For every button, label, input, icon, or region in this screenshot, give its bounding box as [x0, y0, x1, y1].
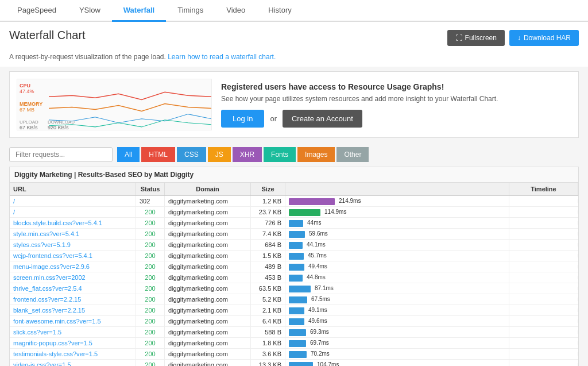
cell-size: 588 B: [251, 327, 285, 337]
tab-waterfall[interactable]: Waterfall: [112, 0, 166, 22]
timeline-bar: [289, 329, 306, 336]
table-row[interactable]: blank_set.css?ver=2.2.15 200 diggitymark…: [10, 305, 578, 316]
table-row[interactable]: screen.min.css?ver=2002 200 diggitymarke…: [10, 272, 578, 283]
cell-timeline: [509, 330, 578, 334]
cell-url: blank_set.css?ver=2.2.15: [10, 305, 136, 315]
cell-url: screen.min.css?ver=2002: [10, 272, 136, 283]
filter-fonts-button[interactable]: Fonts: [264, 147, 296, 162]
filter-xhr-button[interactable]: XHR: [233, 147, 262, 162]
cell-timeline: [509, 287, 578, 290]
table-row[interactable]: video-js.css?ver=1.5 200 diggitymarketin…: [10, 360, 578, 366]
col-domain: Domain: [165, 183, 251, 195]
cell-bar: 104.7ms: [285, 360, 509, 366]
tab-pagespeed[interactable]: PageSpeed: [6, 0, 68, 22]
table-row[interactable]: frontend.css?ver=2.2.15 200 diggitymarke…: [10, 294, 578, 305]
cell-url: /: [10, 207, 136, 217]
table-row[interactable]: blocks.style.build.css?ver=5.4.1 200 dig…: [10, 218, 578, 229]
header-buttons: ⛶ Fullscreen ↓ Download HAR: [447, 30, 579, 46]
timeline-time: 67.5ms: [311, 296, 330, 302]
filter-css-button[interactable]: CSS: [177, 147, 206, 162]
subtitle-link[interactable]: Learn how to read a waterfall chart.: [168, 53, 276, 61]
create-account-button[interactable]: Create an Account: [283, 110, 362, 128]
timeline-time: 70.2ms: [311, 350, 330, 357]
table-row[interactable]: menu-image.css?ver=2.9.6 200 diggitymark…: [10, 261, 578, 272]
table-row[interactable]: / 200 diggitymarketing.com 23.7 KB 114.9…: [10, 207, 578, 218]
table-row[interactable]: testimonials-style.css?ver=1.5 200 diggi…: [10, 349, 578, 360]
timeline-time: 104.7ms: [317, 361, 339, 366]
download-label: Download HAR: [524, 34, 571, 42]
filter-images-button[interactable]: Images: [297, 147, 335, 162]
cell-size: 3.6 KB: [251, 349, 285, 359]
filter-html-button[interactable]: HTML: [141, 147, 175, 162]
timeline-bar: [289, 362, 313, 366]
cell-status: 200: [136, 218, 165, 228]
cell-url: /: [10, 196, 136, 206]
timeline-bar: [289, 242, 303, 249]
subtitle-text: A request-by-request visualization of th…: [9, 53, 166, 61]
cell-url: blocks.style.build.css?ver=5.4.1: [10, 218, 136, 228]
table-row[interactable]: font-awesome.min.css?ver=1.5 200 diggity…: [10, 316, 578, 327]
col-bar: [285, 183, 509, 195]
timeline-time: 44.8ms: [307, 274, 326, 280]
cell-status: 200: [136, 229, 165, 239]
cell-status: 200: [136, 294, 165, 305]
cell-domain: diggitymarketing.com: [165, 207, 251, 217]
timeline-bar: [289, 296, 307, 303]
cell-url: frontend.css?ver=2.2.15: [10, 294, 136, 305]
cell-url: menu-image.css?ver=2.9.6: [10, 261, 136, 272]
tab-timings[interactable]: Timings: [166, 0, 215, 22]
timeline-bar: [289, 340, 306, 347]
table-row[interactable]: magnific-popup.css?ver=1.5 200 diggityma…: [10, 338, 578, 349]
table-body: / 302 diggitymarketing.com 1.2 KB 214.9m…: [10, 196, 578, 366]
resource-chart: CPU 47.4% MEMORY 67 MB UPLOAD 67 KB/s DO…: [17, 79, 212, 130]
cell-timeline: [509, 341, 578, 345]
cell-url: video-js.css?ver=1.5: [10, 360, 136, 366]
cell-domain: diggitymarketing.com: [165, 349, 251, 359]
download-har-button[interactable]: ↓ Download HAR: [509, 30, 579, 46]
cell-timeline: [509, 254, 578, 257]
cell-status: 200: [136, 327, 165, 337]
cell-domain: diggitymarketing.com: [165, 316, 251, 326]
page-title: Waterfall Chart: [9, 29, 86, 42]
cell-url: font-awesome.min.css?ver=1.5: [10, 316, 136, 326]
cell-size: 1.5 KB: [251, 251, 285, 261]
cell-domain: diggitymarketing.com: [165, 251, 251, 261]
filter-all-button[interactable]: All: [117, 147, 140, 162]
cell-bar: 49.6ms: [285, 316, 509, 326]
cell-status: 200: [136, 316, 165, 326]
filter-js-button[interactable]: JS: [208, 147, 231, 162]
table-row[interactable]: styles.css?ver=5.1.9 200 diggitymarketin…: [10, 240, 578, 251]
cell-size: 7.4 KB: [251, 229, 285, 239]
login-button[interactable]: Log in: [221, 110, 264, 128]
table-row[interactable]: / 302 diggitymarketing.com 1.2 KB 214.9m…: [10, 196, 578, 207]
tab-history[interactable]: History: [257, 0, 303, 22]
fullscreen-icon: ⛶: [455, 34, 462, 42]
timeline-bar: [289, 198, 335, 205]
timeline-bar: [289, 307, 304, 314]
col-status: Status: [136, 183, 165, 195]
timeline-bar: [289, 351, 307, 358]
table-row[interactable]: slick.css?ver=1.5 200 diggitymarketing.c…: [10, 327, 578, 338]
fullscreen-button[interactable]: ⛶ Fullscreen: [447, 30, 505, 46]
table-title: Diggity Marketing | Results-Based SEO by…: [10, 167, 578, 183]
cell-domain: diggitymarketing.com: [165, 283, 251, 294]
filter-other-button[interactable]: Other: [336, 147, 369, 162]
resource-info-title: Registered users have access to Resource…: [221, 82, 571, 91]
table-row[interactable]: style.min.css?ver=5.4.1 200 diggitymarke…: [10, 229, 578, 240]
cell-bar: 44.1ms: [285, 240, 509, 249]
cell-url: testimonials-style.css?ver=1.5: [10, 349, 136, 359]
cell-bar: 69.3ms: [285, 327, 509, 337]
cell-size: 23.7 KB: [251, 207, 285, 217]
cell-bar: 44.8ms: [285, 272, 509, 282]
timeline-bar: [289, 264, 304, 271]
cell-domain: diggitymarketing.com: [165, 196, 251, 206]
cell-size: 489 B: [251, 261, 285, 272]
subtitle-bar: A request-by-request visualization of th…: [0, 51, 588, 67]
cell-bar: 44ms: [285, 218, 509, 228]
table-row[interactable]: thrive_flat.css?ver=2.5.4 200 diggitymar…: [10, 283, 578, 294]
table-row[interactable]: wcjp-frontend.css?ver=5.4.1 200 diggitym…: [10, 251, 578, 261]
tab-video[interactable]: Video: [215, 0, 257, 22]
filter-input[interactable]: [9, 147, 113, 162]
tab-yslow[interactable]: YSlow: [68, 0, 112, 22]
cell-domain: diggitymarketing.com: [165, 229, 251, 239]
